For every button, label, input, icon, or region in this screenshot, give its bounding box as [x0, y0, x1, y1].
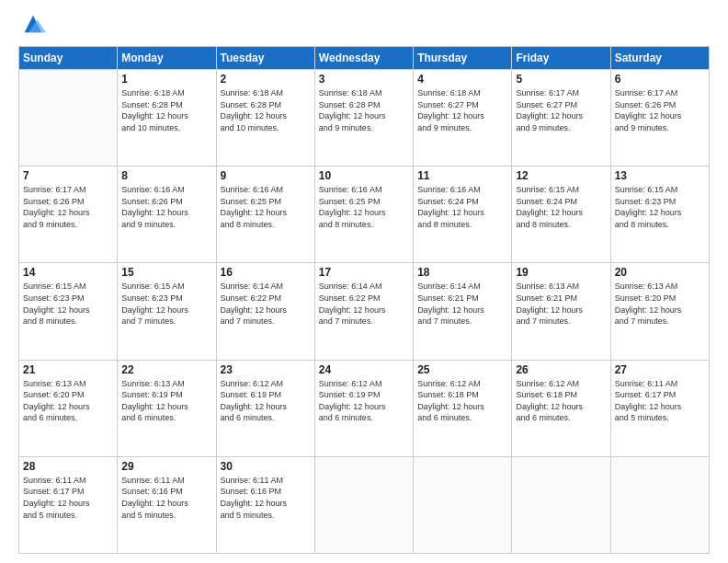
calendar-cell: 13Sunrise: 6:15 AM Sunset: 6:23 PM Dayli… [610, 167, 709, 263]
day-number: 3 [319, 73, 409, 86]
calendar-week-1: 7Sunrise: 6:17 AM Sunset: 6:26 PM Daylig… [19, 167, 710, 263]
calendar-cell: 16Sunrise: 6:14 AM Sunset: 6:22 PM Dayli… [216, 263, 314, 360]
calendar-table: SundayMondayTuesdayWednesdayThursdayFrid… [18, 46, 710, 554]
calendar-cell: 22Sunrise: 6:13 AM Sunset: 6:19 PM Dayli… [118, 360, 216, 456]
day-number: 15 [121, 266, 211, 279]
day-number: 30 [221, 460, 311, 473]
calendar-cell: 27Sunrise: 6:11 AM Sunset: 6:17 PM Dayli… [610, 360, 709, 456]
day-info: Sunrise: 6:17 AM Sunset: 6:27 PM Dayligh… [516, 87, 606, 133]
calendar-cell: 18Sunrise: 6:14 AM Sunset: 6:21 PM Dayli… [414, 263, 512, 360]
day-info: Sunrise: 6:11 AM Sunset: 6:16 PM Dayligh… [221, 475, 311, 521]
calendar-body: 1Sunrise: 6:18 AM Sunset: 6:28 PM Daylig… [19, 70, 710, 554]
calendar-week-4: 28Sunrise: 6:11 AM Sunset: 6:17 PM Dayli… [19, 456, 710, 553]
calendar-cell: 14Sunrise: 6:15 AM Sunset: 6:23 PM Dayli… [19, 263, 118, 360]
calendar-cell: 3Sunrise: 6:18 AM Sunset: 6:28 PM Daylig… [314, 70, 413, 167]
calendar-cell: 15Sunrise: 6:15 AM Sunset: 6:23 PM Dayli… [118, 263, 216, 360]
calendar-cell: 5Sunrise: 6:17 AM Sunset: 6:27 PM Daylig… [512, 70, 610, 167]
calendar-cell: 30Sunrise: 6:11 AM Sunset: 6:16 PM Dayli… [216, 456, 314, 553]
day-info: Sunrise: 6:14 AM Sunset: 6:21 PM Dayligh… [417, 281, 507, 327]
weekday-header-monday: Monday [118, 47, 216, 70]
day-number: 16 [221, 266, 311, 279]
day-info: Sunrise: 6:11 AM Sunset: 6:16 PM Dayligh… [121, 475, 211, 521]
day-number: 8 [121, 169, 211, 182]
day-info: Sunrise: 6:15 AM Sunset: 6:24 PM Dayligh… [516, 184, 606, 230]
day-info: Sunrise: 6:12 AM Sunset: 6:18 PM Dayligh… [417, 378, 507, 424]
calendar-cell: 9Sunrise: 6:16 AM Sunset: 6:25 PM Daylig… [216, 167, 314, 263]
day-number: 18 [417, 266, 507, 279]
day-number: 22 [121, 363, 211, 376]
day-info: Sunrise: 6:13 AM Sunset: 6:20 PM Dayligh… [23, 378, 113, 424]
day-number: 5 [516, 73, 606, 86]
calendar-cell: 8Sunrise: 6:16 AM Sunset: 6:26 PM Daylig… [118, 167, 216, 263]
calendar-cell: 21Sunrise: 6:13 AM Sunset: 6:20 PM Dayli… [19, 360, 118, 456]
day-info: Sunrise: 6:17 AM Sunset: 6:26 PM Dayligh… [615, 87, 705, 133]
logo [18, 15, 46, 37]
calendar-cell: 28Sunrise: 6:11 AM Sunset: 6:17 PM Dayli… [19, 456, 118, 553]
day-info: Sunrise: 6:16 AM Sunset: 6:26 PM Dayligh… [121, 184, 211, 230]
day-number: 26 [516, 363, 606, 376]
page: SundayMondayTuesdayWednesdayThursdayFrid… [0, 0, 728, 563]
day-info: Sunrise: 6:13 AM Sunset: 6:20 PM Dayligh… [615, 281, 705, 327]
day-number: 2 [221, 73, 311, 86]
calendar-cell: 25Sunrise: 6:12 AM Sunset: 6:18 PM Dayli… [414, 360, 512, 456]
day-info: Sunrise: 6:13 AM Sunset: 6:19 PM Dayligh… [121, 378, 211, 424]
day-info: Sunrise: 6:17 AM Sunset: 6:26 PM Dayligh… [23, 184, 113, 230]
day-info: Sunrise: 6:14 AM Sunset: 6:22 PM Dayligh… [319, 281, 409, 327]
calendar-cell: 17Sunrise: 6:14 AM Sunset: 6:22 PM Dayli… [314, 263, 413, 360]
calendar-cell [512, 456, 610, 553]
calendar-cell: 2Sunrise: 6:18 AM Sunset: 6:28 PM Daylig… [216, 70, 314, 167]
day-info: Sunrise: 6:18 AM Sunset: 6:28 PM Dayligh… [121, 87, 211, 133]
day-number: 10 [319, 169, 409, 182]
day-number: 27 [615, 363, 705, 376]
day-number: 9 [221, 169, 311, 182]
day-number: 17 [319, 266, 409, 279]
day-number: 21 [23, 363, 113, 376]
calendar-header: SundayMondayTuesdayWednesdayThursdayFrid… [19, 47, 710, 70]
day-number: 13 [615, 169, 705, 182]
calendar-cell: 4Sunrise: 6:18 AM Sunset: 6:27 PM Daylig… [414, 70, 512, 167]
day-number: 7 [23, 169, 113, 182]
calendar-week-0: 1Sunrise: 6:18 AM Sunset: 6:28 PM Daylig… [19, 70, 710, 167]
day-number: 11 [417, 169, 507, 182]
day-number: 24 [319, 363, 409, 376]
calendar-cell: 29Sunrise: 6:11 AM Sunset: 6:16 PM Dayli… [118, 456, 216, 553]
day-number: 1 [121, 73, 211, 86]
day-info: Sunrise: 6:18 AM Sunset: 6:28 PM Dayligh… [221, 87, 311, 133]
calendar-cell [610, 456, 709, 553]
day-info: Sunrise: 6:15 AM Sunset: 6:23 PM Dayligh… [615, 184, 705, 230]
calendar-week-2: 14Sunrise: 6:15 AM Sunset: 6:23 PM Dayli… [19, 263, 710, 360]
day-info: Sunrise: 6:18 AM Sunset: 6:28 PM Dayligh… [319, 87, 409, 133]
day-info: Sunrise: 6:16 AM Sunset: 6:25 PM Dayligh… [221, 184, 311, 230]
day-number: 12 [516, 169, 606, 182]
day-info: Sunrise: 6:15 AM Sunset: 6:23 PM Dayligh… [121, 281, 211, 327]
weekday-header-saturday: Saturday [610, 47, 709, 70]
weekday-header-friday: Friday [512, 47, 610, 70]
calendar-cell: 10Sunrise: 6:16 AM Sunset: 6:25 PM Dayli… [314, 167, 413, 263]
header [18, 15, 710, 37]
day-info: Sunrise: 6:13 AM Sunset: 6:21 PM Dayligh… [516, 281, 606, 327]
calendar-cell: 19Sunrise: 6:13 AM Sunset: 6:21 PM Dayli… [512, 263, 610, 360]
weekday-header-thursday: Thursday [414, 47, 512, 70]
day-info: Sunrise: 6:16 AM Sunset: 6:24 PM Dayligh… [417, 184, 507, 230]
day-number: 23 [221, 363, 311, 376]
calendar-cell [314, 456, 413, 553]
day-info: Sunrise: 6:11 AM Sunset: 6:17 PM Dayligh… [23, 475, 113, 521]
calendar-cell: 7Sunrise: 6:17 AM Sunset: 6:26 PM Daylig… [19, 167, 118, 263]
calendar-cell: 26Sunrise: 6:12 AM Sunset: 6:18 PM Dayli… [512, 360, 610, 456]
day-info: Sunrise: 6:12 AM Sunset: 6:19 PM Dayligh… [319, 378, 409, 424]
calendar-cell [414, 456, 512, 553]
calendar-cell: 11Sunrise: 6:16 AM Sunset: 6:24 PM Dayli… [414, 167, 512, 263]
calendar-cell: 12Sunrise: 6:15 AM Sunset: 6:24 PM Dayli… [512, 167, 610, 263]
day-info: Sunrise: 6:18 AM Sunset: 6:27 PM Dayligh… [417, 87, 507, 133]
day-info: Sunrise: 6:14 AM Sunset: 6:22 PM Dayligh… [221, 281, 311, 327]
day-number: 6 [615, 73, 705, 86]
weekday-header-wednesday: Wednesday [314, 47, 413, 70]
calendar-cell: 6Sunrise: 6:17 AM Sunset: 6:26 PM Daylig… [610, 70, 709, 167]
day-number: 29 [121, 460, 211, 473]
day-info: Sunrise: 6:15 AM Sunset: 6:23 PM Dayligh… [23, 281, 113, 327]
calendar-week-3: 21Sunrise: 6:13 AM Sunset: 6:20 PM Dayli… [19, 360, 710, 456]
day-number: 4 [417, 73, 507, 86]
day-number: 25 [417, 363, 507, 376]
calendar-cell: 1Sunrise: 6:18 AM Sunset: 6:28 PM Daylig… [118, 70, 216, 167]
weekday-header-tuesday: Tuesday [216, 47, 314, 70]
